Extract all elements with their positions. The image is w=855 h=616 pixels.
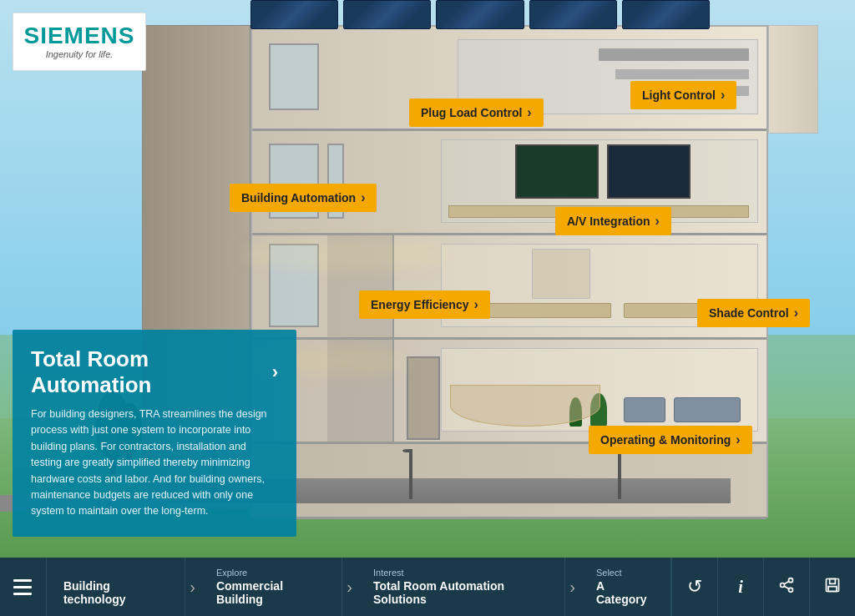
operating-monitoring-btn[interactable]: Operating & Monitoring › bbox=[589, 426, 752, 454]
av-integration-btn[interactable]: A/V Integration › bbox=[555, 207, 671, 235]
lamp-post-2 bbox=[409, 449, 412, 499]
shade-control-btn[interactable]: Shade Control › bbox=[697, 299, 810, 327]
svg-line-3 bbox=[784, 586, 789, 588]
nav-interest-tra[interactable]: Interest Total Room Automation Solutions bbox=[357, 558, 565, 616]
breadcrumb-arrow-2: › bbox=[342, 578, 357, 597]
tra-info-box: Total Room Automation › For building des… bbox=[13, 330, 296, 537]
save-button[interactable] bbox=[809, 558, 855, 616]
svg-rect-6 bbox=[830, 578, 836, 583]
nav-explore-main: Commercial Building bbox=[216, 579, 325, 606]
nav-select-top: Select bbox=[596, 568, 654, 578]
nav-explore-top: Explore bbox=[216, 568, 325, 578]
tra-description: For building designers, TRA streamlines … bbox=[31, 406, 278, 520]
building-right-section bbox=[768, 25, 818, 134]
svg-point-0 bbox=[789, 578, 793, 582]
info-icon: i bbox=[738, 578, 743, 597]
energy-efficiency-label: Energy Efficiency bbox=[371, 298, 469, 311]
plug-load-control-btn[interactable]: Plug Load Control › bbox=[409, 98, 544, 127]
siemens-tagline: Ingenuity for life. bbox=[46, 49, 114, 59]
hamburger-icon bbox=[13, 579, 32, 595]
floor-light-1 bbox=[242, 238, 451, 271]
tra-arrow: › bbox=[272, 361, 278, 383]
svg-line-4 bbox=[784, 581, 789, 583]
siemens-logo: SIEMENS Ingenuity for life. bbox=[13, 13, 146, 71]
svg-point-1 bbox=[781, 583, 785, 587]
nav-icon-group: ↺ i bbox=[671, 558, 855, 616]
light-control-chevron: › bbox=[721, 88, 725, 103]
plug-load-control-label: Plug Load Control bbox=[421, 106, 522, 119]
building-automation-btn[interactable]: Building Automation › bbox=[230, 184, 377, 212]
nav-select-main: A Category bbox=[596, 579, 654, 606]
menu-button[interactable] bbox=[0, 558, 47, 616]
save-icon bbox=[824, 577, 841, 598]
nav-select-category[interactable]: Select A Category bbox=[579, 558, 671, 616]
bottom-navigation: . Building technology › Explore Commerci… bbox=[0, 558, 855, 616]
siemens-brand-name: SIEMENS bbox=[23, 24, 134, 48]
breadcrumb-arrow-1: › bbox=[185, 578, 200, 597]
energy-efficiency-btn[interactable]: Energy Efficiency › bbox=[359, 290, 490, 319]
tra-title: Total Room Automation › bbox=[31, 346, 278, 398]
light-control-label: Light Control bbox=[642, 88, 716, 102]
lamp-post-3 bbox=[618, 449, 621, 499]
av-integration-label: A/V Integration bbox=[567, 215, 650, 228]
share-button[interactable] bbox=[763, 558, 809, 616]
nav-building-technology[interactable]: . Building technology bbox=[47, 558, 185, 616]
nav-interest-main: Total Room Automation Solutions bbox=[373, 579, 548, 606]
shade-control-label: Shade Control bbox=[709, 306, 789, 320]
shade-control-chevron: › bbox=[794, 305, 798, 321]
av-integration-chevron: › bbox=[655, 214, 660, 229]
building-automation-label: Building Automation bbox=[241, 191, 356, 204]
undo-button[interactable]: ↺ bbox=[671, 558, 717, 616]
nav-building-technology-main: Building technology bbox=[63, 579, 168, 606]
info-button[interactable]: i bbox=[717, 558, 763, 616]
operating-monitoring-label: Operating & Monitoring bbox=[600, 433, 731, 447]
light-control-btn[interactable]: Light Control › bbox=[630, 81, 736, 109]
share-icon bbox=[778, 577, 795, 598]
nav-interest-top: Interest bbox=[373, 568, 548, 578]
building-automation-chevron: › bbox=[361, 190, 365, 205]
nav-explore-commercial[interactable]: Explore Commercial Building bbox=[200, 558, 342, 616]
operating-monitoring-chevron: › bbox=[736, 432, 740, 447]
svg-point-2 bbox=[789, 588, 793, 592]
undo-icon: ↺ bbox=[687, 576, 702, 598]
roof-solar-panels bbox=[250, 0, 710, 29]
breadcrumb-arrow-3: › bbox=[565, 578, 579, 597]
energy-efficiency-chevron: › bbox=[474, 297, 478, 312]
plug-load-chevron: › bbox=[527, 105, 531, 120]
svg-rect-7 bbox=[828, 586, 837, 591]
